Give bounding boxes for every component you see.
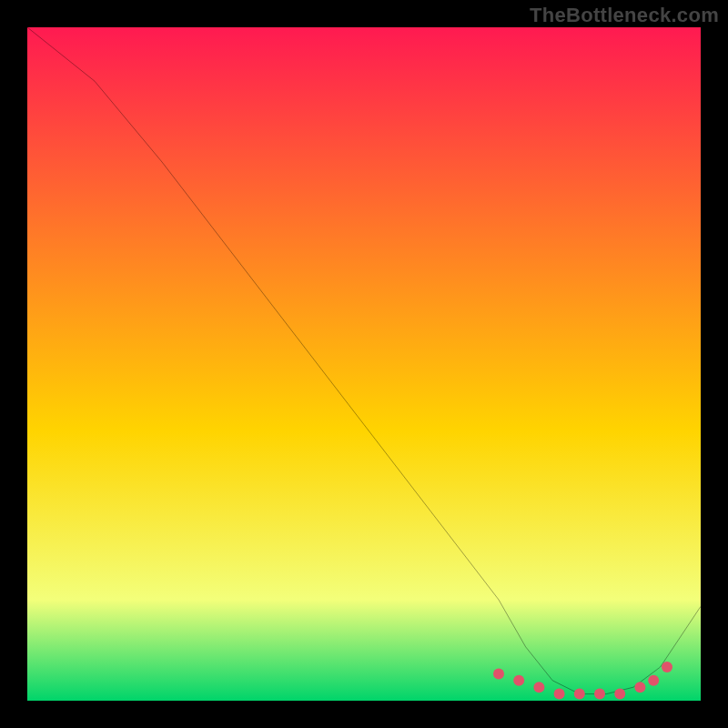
highlight-dot (554, 689, 565, 700)
chart-svg (27, 27, 701, 701)
highlight-dot (594, 689, 605, 700)
chart-background (27, 27, 701, 701)
highlight-dot (662, 662, 672, 672)
highlight-dot (614, 689, 625, 700)
chart-stage: TheBottleneck.com (0, 0, 728, 728)
highlight-dot (648, 675, 659, 686)
highlight-dot (533, 682, 544, 693)
highlight-dot (634, 682, 645, 693)
highlight-dot (574, 689, 585, 700)
watermark-text: TheBottleneck.com (530, 4, 719, 27)
highlight-dot (513, 675, 524, 686)
chart-plot-area (27, 27, 701, 701)
highlight-dot (493, 668, 504, 679)
